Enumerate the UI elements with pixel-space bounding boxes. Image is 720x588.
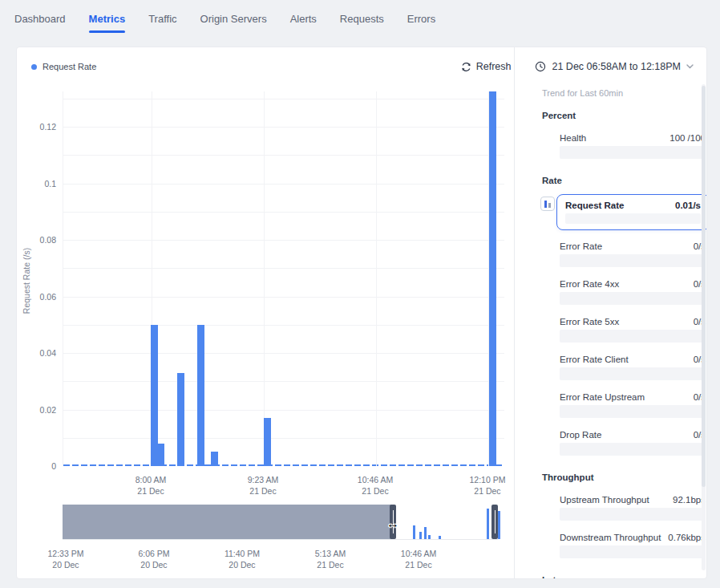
metric-value: 0.76kbps	[668, 532, 706, 543]
overview-bar	[419, 532, 422, 539]
metric-row-error-rate-client[interactable]: Error Rate Client0/s	[560, 354, 706, 380]
gridline-h	[63, 155, 504, 156]
metric-line: Error Rate0/s	[560, 241, 706, 252]
overview-bar	[413, 525, 415, 539]
section-heading-latency: Latency	[542, 574, 707, 579]
y-tick-label: 0.12	[17, 122, 56, 132]
request-rate-bar	[489, 91, 496, 466]
metric-row-error-rate-5xx[interactable]: Error Rate 5xx0/s	[560, 316, 706, 343]
metric-sparkline	[560, 545, 706, 558]
panel-section-percent: PercentHealth100 /100	[515, 110, 707, 159]
section-rows: Request Rate0.01/sError Rate0/sError Rat…	[560, 194, 706, 456]
request-rate-bar	[158, 444, 164, 466]
request-rate-bar	[177, 373, 184, 466]
tab-traffic[interactable]: Traffic	[148, 13, 176, 38]
request-rate-bar	[264, 418, 271, 466]
metric-line: Error Rate Upstream0/s	[560, 391, 706, 403]
metric-line: Request Rate0.01/s	[565, 200, 701, 211]
metric-row-downstream-throughput[interactable]: Downstream Throughput0.76kbps	[560, 532, 706, 558]
overview-bar	[424, 527, 427, 539]
tab-origin-servers[interactable]: Origin Servers	[200, 13, 267, 38]
metric-label: Error Rate Upstream	[560, 391, 645, 403]
brush-tick-label: 5:13 AM21 Dec	[315, 548, 346, 570]
metric-label: Error Rate Client	[560, 354, 629, 365]
metric-label: Downstream Throughput	[560, 532, 661, 543]
metric-row-request-rate[interactable]: Request Rate0.01/s	[556, 194, 707, 230]
metric-row-error-rate[interactable]: Error Rate0/s	[560, 241, 706, 267]
brush-plot[interactable]	[63, 505, 498, 540]
metric-row-error-rate-upstream[interactable]: Error Rate Upstream0/s	[560, 391, 706, 418]
refresh-icon	[461, 62, 471, 72]
gridline-h	[63, 325, 504, 326]
gridline-h	[63, 240, 504, 241]
overview-bar	[487, 509, 489, 539]
x-tick-label: 8:00 AM21 Dec	[136, 474, 167, 497]
brush-right-handle[interactable]	[491, 505, 498, 539]
tab-metrics[interactable]: Metrics	[89, 13, 126, 38]
panel-title: Trend for Last 60min	[542, 87, 707, 99]
request-rate-bar	[197, 325, 204, 466]
gridline-h	[63, 381, 504, 382]
y-tick-label: 0	[17, 461, 56, 471]
overview-bar	[428, 535, 431, 539]
legend-dot	[31, 64, 37, 70]
metric-sparkline	[560, 443, 706, 456]
refresh-label: Refresh	[476, 61, 512, 72]
gridline-h	[63, 268, 504, 269]
tab-dashboard[interactable]: Dashboard	[14, 13, 66, 38]
metric-label: Drop Rate	[560, 429, 601, 440]
gridline-h	[63, 297, 504, 298]
top-nav: DashboardMetricsTrafficOrigin ServersAle…	[14, 13, 435, 38]
gridline-h	[63, 99, 504, 99]
metric-sparkline	[560, 367, 706, 380]
overview-bar	[498, 511, 500, 539]
gridline-h	[63, 184, 504, 185]
metric-sparkline	[560, 508, 706, 521]
gridline-h	[63, 127, 504, 128]
x-tick-label: 9:23 AM21 Dec	[248, 474, 279, 497]
metric-label: Error Rate 5xx	[560, 316, 619, 327]
legend-request-rate[interactable]: Request Rate	[31, 62, 96, 71]
metric-value: 92.1bps	[673, 494, 706, 505]
tab-requests[interactable]: Requests	[340, 13, 384, 38]
mouse-cursor-resize-horizontal: ↔	[386, 517, 399, 531]
bar-chart-icon-small	[548, 203, 551, 208]
y-axis-title: Request Rate (/s)	[22, 201, 31, 361]
brush-tick-label: 10:46 AM21 Dec	[401, 548, 436, 570]
panel-section-throughput: ThroughputUpstream Throughput92.1bpsDown…	[515, 472, 707, 558]
section-rows: Health100 /100	[560, 132, 706, 159]
refresh-button[interactable]: Refresh	[461, 61, 512, 72]
gridline-h	[63, 410, 504, 411]
metric-row-upstream-throughput[interactable]: Upstream Throughput92.1bps	[560, 494, 706, 521]
legend-label: Request Rate	[42, 62, 96, 71]
brush-tick-label: 12:33 PM20 Dec	[48, 548, 84, 570]
x-tick-label: 10:46 AM21 Dec	[358, 474, 393, 497]
metric-label: Request Rate	[565, 200, 625, 211]
metric-row-health[interactable]: Health100 /100	[560, 132, 706, 159]
panel-scrollbar-thumb[interactable]	[702, 86, 706, 487]
main-plot[interactable]	[63, 91, 504, 466]
metric-value: 0.01/s	[675, 200, 701, 211]
y-tick-label: 0.04	[17, 348, 56, 358]
trend-panel: Trend for Last 60min PercentHealth100 /1…	[514, 47, 707, 578]
gridline-h	[63, 353, 504, 354]
metric-line: Health100 /100	[560, 132, 706, 144]
chart-type-icon-button[interactable]	[540, 197, 555, 211]
metrics-card: Request Rate Refresh 21 Dec 06:58AM to 1…	[16, 47, 707, 579]
gridline-v	[376, 91, 377, 466]
metric-line: Downstream Throughput0.76kbps	[560, 532, 706, 543]
metric-line: Error Rate 4xx0/s	[560, 278, 706, 290]
metric-line: Error Rate 5xx0/s	[560, 316, 706, 327]
baseline-dash-series	[63, 464, 504, 467]
panel-flow: PercentHealth100 /100RateRequest Rate0.0…	[515, 110, 707, 579]
overview-bar	[439, 536, 441, 539]
gridline-h	[63, 212, 504, 213]
metric-row-error-rate-4xx[interactable]: Error Rate 4xx0/s	[560, 278, 706, 305]
tab-errors[interactable]: Errors	[407, 13, 435, 38]
section-heading-rate: Rate	[542, 175, 707, 186]
metric-row-drop-rate[interactable]: Drop Rate0/s	[560, 429, 706, 456]
tab-alerts[interactable]: Alerts	[290, 13, 317, 38]
request-rate-bar	[151, 325, 158, 466]
metric-sparkline	[560, 405, 706, 418]
bar-chart-icon	[544, 201, 547, 208]
